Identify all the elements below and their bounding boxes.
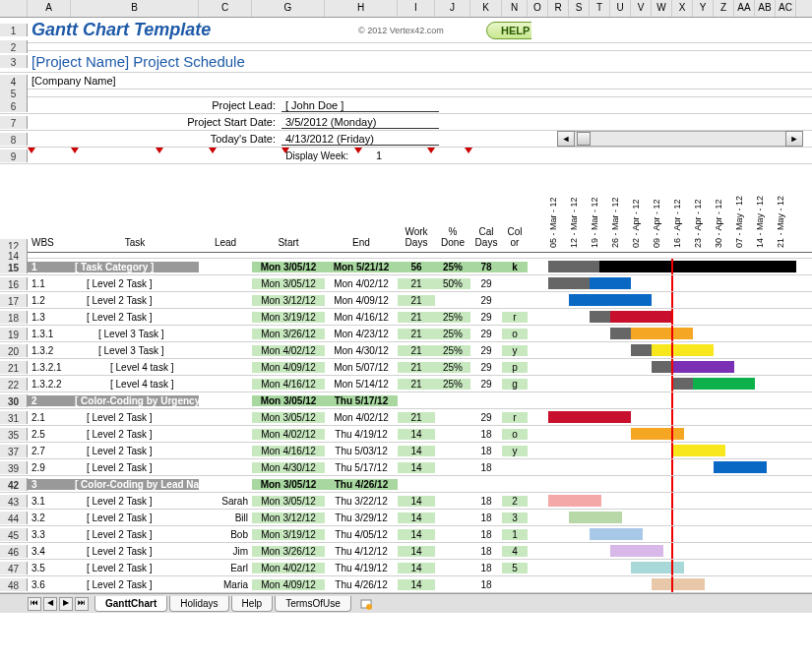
workdays-cell[interactable]: 21 — [398, 362, 435, 373]
workdays-cell[interactable]: 14 — [398, 546, 435, 557]
wbs-cell[interactable]: 1.3.2.2 — [28, 379, 71, 390]
row-number[interactable]: 5 — [0, 87, 28, 99]
task-cell[interactable]: [ Level 4 task ] — [71, 379, 199, 390]
pctdone-cell[interactable]: 25% — [435, 379, 470, 390]
wbs-cell[interactable]: 3.5 — [28, 563, 71, 573]
end-cell[interactable]: Thu 3/29/12 — [325, 512, 398, 523]
start-cell[interactable]: Mon 3/05/12 — [252, 278, 325, 289]
color-cell[interactable]: 2 — [502, 496, 528, 507]
wbs-cell[interactable]: 1.3.1 — [28, 329, 71, 339]
column-header[interactable]: I — [398, 0, 435, 17]
tab-nav-button[interactable]: ⏭ — [75, 597, 89, 611]
wbs-cell[interactable]: 3.2 — [28, 512, 71, 523]
row-number[interactable]: 4 — [0, 75, 28, 88]
workdays-cell[interactable]: 21 — [398, 329, 435, 339]
sheet-tab[interactable]: TermsOfUse — [275, 596, 351, 612]
caldays-cell[interactable]: 29 — [470, 412, 502, 423]
column-header[interactable]: Y — [693, 0, 714, 17]
lead-cell[interactable]: Maria — [199, 579, 252, 590]
pctdone-cell[interactable]: 25% — [435, 329, 470, 339]
row-number[interactable]: 39 — [0, 461, 28, 474]
end-cell[interactable]: Mon 4/30/12 — [325, 345, 398, 356]
task-cell[interactable]: [ Level 2 Task ] — [71, 496, 199, 507]
end-cell[interactable]: Thu 3/22/12 — [325, 496, 398, 507]
tab-nav-button[interactable]: ⏮ — [28, 597, 41, 611]
row-number[interactable]: 44 — [0, 512, 28, 524]
column-header[interactable]: C — [199, 0, 252, 17]
task-cell[interactable]: [ Level 2 Task ] — [71, 529, 199, 540]
color-cell[interactable]: y — [502, 446, 528, 456]
workdays-cell[interactable]: 21 — [398, 295, 435, 306]
row-number[interactable]: 19 — [0, 328, 28, 340]
collapse-marker-icon[interactable] — [281, 148, 289, 153]
workdays-cell[interactable]: 21 — [398, 345, 435, 356]
end-cell[interactable]: Mon 4/02/12 — [325, 412, 398, 423]
end-cell[interactable]: Mon 4/09/12 — [325, 295, 398, 306]
collapse-marker-icon[interactable] — [465, 148, 472, 153]
column-header[interactable]: U — [610, 0, 631, 17]
tab-nav-button[interactable]: ▶ — [59, 597, 73, 611]
row-number[interactable]: 3 — [0, 55, 28, 68]
workdays-cell[interactable]: 56 — [398, 262, 435, 272]
task-cell[interactable]: [ Level 2 Task ] — [71, 546, 199, 557]
row-number[interactable]: 46 — [0, 545, 28, 558]
workdays-cell[interactable]: 21 — [398, 278, 435, 289]
start-cell[interactable]: Mon 3/26/12 — [252, 546, 325, 557]
column-header[interactable]: A — [28, 0, 71, 17]
color-cell[interactable]: 4 — [502, 546, 528, 557]
wbs-cell[interactable]: 3.1 — [28, 496, 71, 507]
end-cell[interactable]: Thu 4/26/12 — [325, 579, 398, 590]
row-number[interactable]: 42 — [0, 478, 28, 491]
caldays-cell[interactable]: 29 — [470, 345, 502, 356]
row-number[interactable]: 1 — [0, 24, 28, 36]
task-cell[interactable]: [ Level 2 Task ] — [71, 278, 199, 289]
start-cell[interactable]: Mon 3/19/12 — [252, 529, 325, 540]
pctdone-cell[interactable]: 25% — [435, 345, 470, 356]
tab-nav-button[interactable]: ◀ — [43, 597, 57, 611]
today-value[interactable]: 4/13/2012 (Friday) — [281, 133, 439, 146]
workdays-cell[interactable]: 14 — [398, 563, 435, 573]
scroll-thumb[interactable] — [577, 132, 591, 146]
start-cell[interactable]: Mon 4/02/12 — [252, 563, 325, 573]
end-cell[interactable]: Thu 4/19/12 — [325, 563, 398, 573]
end-cell[interactable]: Thu 4/19/12 — [325, 429, 398, 440]
caldays-cell[interactable]: 78 — [470, 262, 502, 272]
row-number[interactable]: 15 — [0, 261, 28, 273]
color-cell[interactable]: o — [502, 329, 528, 339]
row-number[interactable]: 2 — [0, 40, 28, 53]
task-cell[interactable]: [ Task Category ] — [71, 262, 199, 272]
color-cell[interactable]: r — [502, 412, 528, 423]
row-number[interactable]: 6 — [0, 99, 28, 112]
end-cell[interactable]: Thu 5/03/12 — [325, 446, 398, 456]
column-header[interactable]: AA — [734, 0, 755, 17]
caldays-cell[interactable]: 18 — [470, 462, 502, 473]
color-cell[interactable]: 3 — [502, 512, 528, 523]
caldays-cell[interactable]: 18 — [470, 496, 502, 507]
start-cell[interactable]: Mon 3/05/12 — [252, 496, 325, 507]
caldays-cell[interactable]: 29 — [470, 312, 502, 323]
start-cell[interactable]: Mon 4/02/12 — [252, 345, 325, 356]
column-header[interactable]: T — [590, 0, 610, 17]
caldays-cell[interactable]: 29 — [470, 278, 502, 289]
task-cell[interactable]: [ Level 2 Task ] — [71, 429, 199, 440]
workdays-cell[interactable]: 14 — [398, 579, 435, 590]
column-header[interactable]: R — [548, 0, 569, 17]
wbs-cell[interactable]: 3 — [28, 479, 71, 490]
start-cell[interactable]: Mon 3/26/12 — [252, 329, 325, 339]
start-cell[interactable]: Mon 4/16/12 — [252, 446, 325, 456]
wbs-cell[interactable]: 3.4 — [28, 546, 71, 557]
wbs-cell[interactable]: 2 — [28, 395, 71, 406]
column-header[interactable]: K — [470, 0, 502, 17]
color-cell[interactable]: 1 — [502, 529, 528, 540]
task-cell[interactable]: [ Color-Coding by Lead Name ] — [71, 479, 199, 490]
wbs-cell[interactable]: 1.2 — [28, 295, 71, 306]
end-cell[interactable]: Mon 5/07/12 — [325, 362, 398, 373]
color-cell[interactable]: g — [502, 379, 528, 390]
workdays-cell[interactable]: 14 — [398, 512, 435, 523]
collapse-marker-icon[interactable] — [71, 148, 79, 153]
row-number[interactable]: 35 — [0, 428, 28, 441]
wbs-cell[interactable]: 2.5 — [28, 429, 71, 440]
column-header[interactable]: G — [252, 0, 325, 17]
start-cell[interactable]: Mon 3/12/12 — [252, 512, 325, 523]
row-number[interactable]: 21 — [0, 361, 28, 374]
